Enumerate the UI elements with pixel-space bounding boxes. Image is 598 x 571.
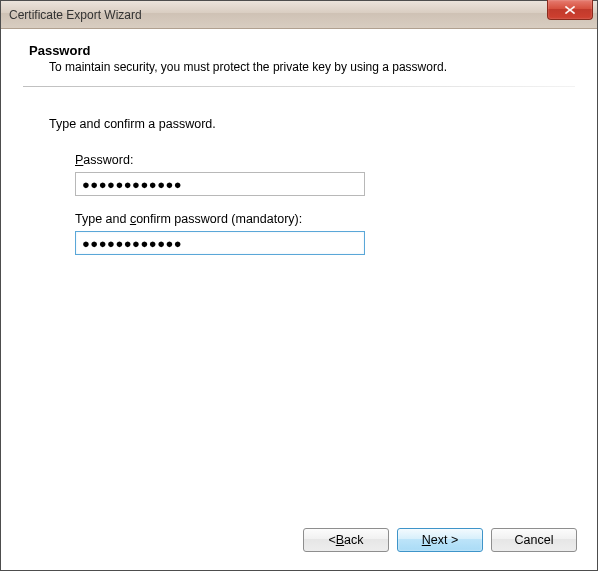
- page-subheading: To maintain security, you must protect t…: [49, 60, 577, 74]
- close-icon: [564, 1, 576, 19]
- titlebar: Certificate Export Wizard: [1, 1, 597, 29]
- close-button[interactable]: [547, 0, 593, 20]
- password-label: Password:: [75, 153, 577, 167]
- cancel-button[interactable]: Cancel: [491, 528, 577, 552]
- password-input[interactable]: [75, 172, 365, 196]
- confirm-password-label: Type and confirm password (mandatory):: [75, 212, 577, 226]
- window-title: Certificate Export Wizard: [1, 8, 142, 22]
- content-area: Password To maintain security, you must …: [1, 29, 597, 570]
- next-button[interactable]: Next >: [397, 528, 483, 552]
- page-heading: Password: [29, 43, 577, 58]
- instruction-text: Type and confirm a password.: [49, 117, 577, 131]
- confirm-password-input[interactable]: [75, 231, 365, 255]
- confirm-password-field-group: Type and confirm password (mandatory):: [75, 212, 577, 255]
- wizard-window: Certificate Export Wizard Password To ma…: [0, 0, 598, 571]
- back-button[interactable]: < Back: [303, 528, 389, 552]
- button-row: < Back Next > Cancel: [303, 528, 577, 552]
- password-field-group: Password:: [75, 153, 577, 196]
- divider: [23, 86, 575, 87]
